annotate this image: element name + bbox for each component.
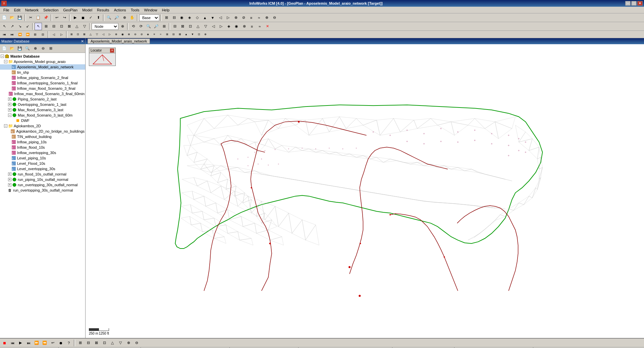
tb2-9[interactable]: △ xyxy=(73,23,80,30)
tb-redo[interactable]: ↪ xyxy=(61,14,68,21)
tb2-8[interactable]: ⊠ xyxy=(65,23,73,30)
tb-paste[interactable]: 📌 xyxy=(42,14,50,21)
tb3-e18[interactable]: ⊠ xyxy=(177,31,183,38)
tb2-sel-arrow[interactable]: ↖ xyxy=(35,23,42,30)
tb2-11[interactable]: ⊕ xyxy=(119,23,126,30)
tb3-e10[interactable]: ⊕ xyxy=(126,31,132,38)
tree-recycle-bin[interactable]: 🗑 run_overtopping_30s_outfall_normal xyxy=(0,188,85,193)
sim-fwd-btn[interactable]: ⏩ xyxy=(33,339,40,347)
db-tb-6[interactable]: ⊖ xyxy=(39,45,47,52)
tree-piping-run[interactable]: + Piping_Scenario_2_last xyxy=(0,96,85,102)
max-flood-60-run-expand[interactable]: − xyxy=(8,114,11,117)
tb3-e7[interactable]: ▷ xyxy=(107,31,113,38)
tree-agio-tin[interactable]: T TIN_without_building xyxy=(0,134,85,139)
tb-b10[interactable]: ⊗ xyxy=(232,14,239,21)
sim-extra-3[interactable]: ⊠ xyxy=(93,339,100,347)
tb2-22[interactable]: ◁ xyxy=(210,23,217,30)
tree-max-flood-60-run[interactable]: − Max_flood_Scenario_3_last_60m xyxy=(0,113,85,118)
tb2-del[interactable]: ✕ xyxy=(264,23,271,30)
tb2-28[interactable]: ≈ xyxy=(256,23,263,30)
tb3-e15[interactable]: ≈ xyxy=(158,31,164,38)
tb2-18[interactable]: ⊠ xyxy=(179,23,186,30)
tb3-e12[interactable]: ⊘ xyxy=(139,31,145,38)
tree-agiokambos-group[interactable]: − 📁 Agiokambos_2D xyxy=(0,123,85,129)
tree-root[interactable]: − Master Database xyxy=(0,54,85,59)
tb-run[interactable]: ▶ xyxy=(71,14,79,21)
db-tb-4[interactable]: 🔍 xyxy=(24,45,31,52)
tb3-e5[interactable]: ▽ xyxy=(94,31,100,38)
root-expand[interactable]: − xyxy=(1,55,4,58)
close-button[interactable]: ✕ xyxy=(637,1,643,6)
tb3-e8[interactable]: ⊗ xyxy=(113,31,119,38)
tb-b2[interactable]: ⊟ xyxy=(170,14,178,21)
menu-edit[interactable]: Edit xyxy=(12,7,22,13)
tb2-17[interactable]: ⊟ xyxy=(171,23,178,30)
tb2-13[interactable]: ⟳ xyxy=(137,23,145,30)
maximize-button[interactable]: □ xyxy=(631,1,637,6)
tb-b4[interactable]: ◈ xyxy=(186,14,193,21)
db-tb-7[interactable]: ⊞ xyxy=(47,45,54,52)
tb2-14[interactable]: 🔍 xyxy=(145,23,152,30)
menu-file[interactable]: File xyxy=(1,7,11,13)
tb2-12[interactable]: ⟲ xyxy=(129,23,137,30)
tb-new[interactable]: 📄 xyxy=(1,14,8,21)
locator-close[interactable]: ✕ xyxy=(110,49,114,53)
tb2-1[interactable]: ↖ xyxy=(1,23,8,30)
tb3-7[interactable]: ◁ xyxy=(50,31,57,38)
sim-extra-7[interactable]: ⊕ xyxy=(125,339,132,347)
sim-next-btn[interactable]: ⏭ xyxy=(25,339,32,347)
tb-copy[interactable]: 📋 xyxy=(35,14,42,21)
tb-b8[interactable]: ◁ xyxy=(217,14,224,21)
tb2-20[interactable]: △ xyxy=(194,23,202,30)
tree-inflow-piping[interactable]: I Inflow_piping_Scenario_2_final xyxy=(0,75,85,80)
tb-cut[interactable]: ✂ xyxy=(27,14,34,21)
tb3-5[interactable]: ⊞ xyxy=(32,31,39,38)
tb-b11[interactable]: ⊘ xyxy=(240,14,247,21)
tb2-10[interactable]: ▽ xyxy=(81,23,88,30)
tb3-e1[interactable]: ⊞ xyxy=(68,31,74,38)
tb-save[interactable]: 💾 xyxy=(16,14,23,21)
sim-extra-8[interactable]: ⊖ xyxy=(133,339,140,347)
tb-stop[interactable]: ⏹ xyxy=(79,14,87,21)
sim-play-btn[interactable]: ▶ xyxy=(17,339,24,347)
tree-agio-level-flood[interactable]: L Level_Flood_10s xyxy=(0,161,85,166)
piping-run-expand[interactable]: + xyxy=(8,97,11,101)
agio-run-overtopping-expand[interactable]: + xyxy=(8,183,11,187)
sim-prev-btn[interactable]: ⏮ xyxy=(9,339,16,347)
tb2-23[interactable]: ▷ xyxy=(217,23,225,30)
tb2-24[interactable]: ◈ xyxy=(225,23,232,30)
db-tb-3[interactable]: 💾 xyxy=(16,45,23,52)
agio-run-flood-expand[interactable]: + xyxy=(8,172,11,176)
tb2-6[interactable]: ⊟ xyxy=(50,23,57,30)
menu-help[interactable]: Help xyxy=(160,7,172,13)
sim-back-btn[interactable]: ↩ xyxy=(49,339,56,347)
tb3-e6[interactable]: ◁ xyxy=(100,31,106,38)
db-tb-1[interactable]: 📄 xyxy=(1,45,8,52)
tb-validate[interactable]: ✓ xyxy=(87,14,94,21)
sim-stop-btn[interactable]: ⏹ xyxy=(1,339,8,347)
tb3-e13[interactable]: ◈ xyxy=(145,31,151,38)
tree-agio-inflow-piping[interactable]: I Inflow_piping_10s xyxy=(0,139,85,145)
tb3-e2[interactable]: ⊡ xyxy=(75,31,81,38)
tree-agio-inflow-overtopping[interactable]: I Inflow_overtopping_30s xyxy=(0,150,85,155)
tb-b9[interactable]: ▷ xyxy=(224,14,232,21)
tb-zoom-in[interactable]: 🔍 xyxy=(105,14,113,21)
tb-undo[interactable]: ↩ xyxy=(53,14,60,21)
menu-actions[interactable]: Actions xyxy=(112,7,128,13)
tree-agio-run-flood[interactable]: + run_flood_10s_outfall_normal xyxy=(0,171,85,177)
tb2-4[interactable]: ↙ xyxy=(24,23,31,30)
tree-aposelemis-network[interactable]: N Aposelemis_Model_araio_network xyxy=(0,64,85,70)
menu-network[interactable]: Network xyxy=(23,7,41,13)
tb3-e9[interactable]: ◉ xyxy=(119,31,125,38)
tb2-5[interactable]: ⊞ xyxy=(42,23,50,30)
tree-tin-shp[interactable]: T tin_shp xyxy=(0,70,85,75)
tb3-e21[interactable]: ⊡ xyxy=(196,31,202,38)
sim-extra-5[interactable]: △ xyxy=(109,339,116,347)
tb2-3[interactable]: ↘ xyxy=(16,23,23,30)
tb3-8[interactable]: ▷ xyxy=(58,31,65,38)
sim-extra-6[interactable]: ▽ xyxy=(117,339,124,347)
tb3-e3[interactable]: ⊠ xyxy=(81,31,87,38)
tb3-6[interactable]: ⊟ xyxy=(39,31,47,38)
menu-tools[interactable]: Tools xyxy=(129,7,142,13)
tb3-e16[interactable]: ⊞ xyxy=(164,31,170,38)
